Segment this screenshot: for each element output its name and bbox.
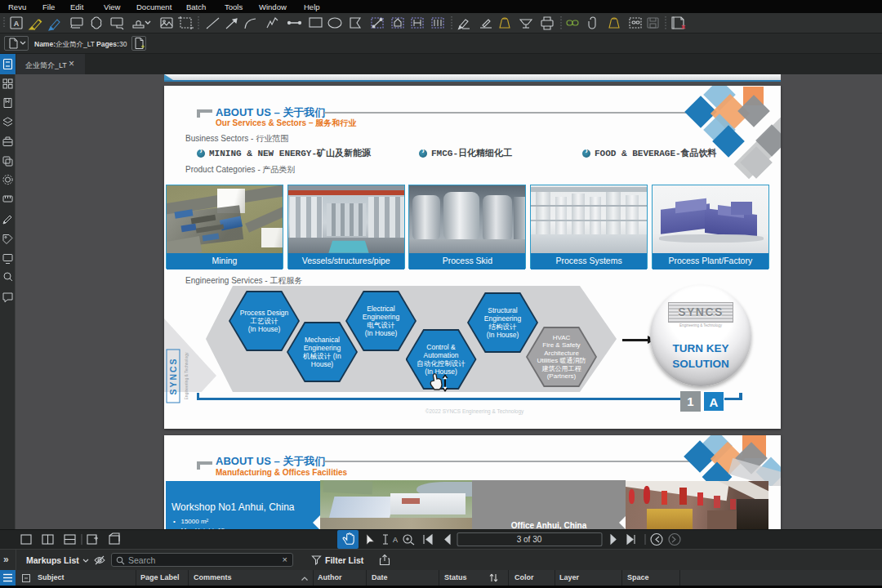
svg-text:A: A xyxy=(14,20,20,28)
svg-text:A: A xyxy=(393,536,398,544)
svg-text:3 of 30: 3 of 30 xyxy=(517,535,542,544)
